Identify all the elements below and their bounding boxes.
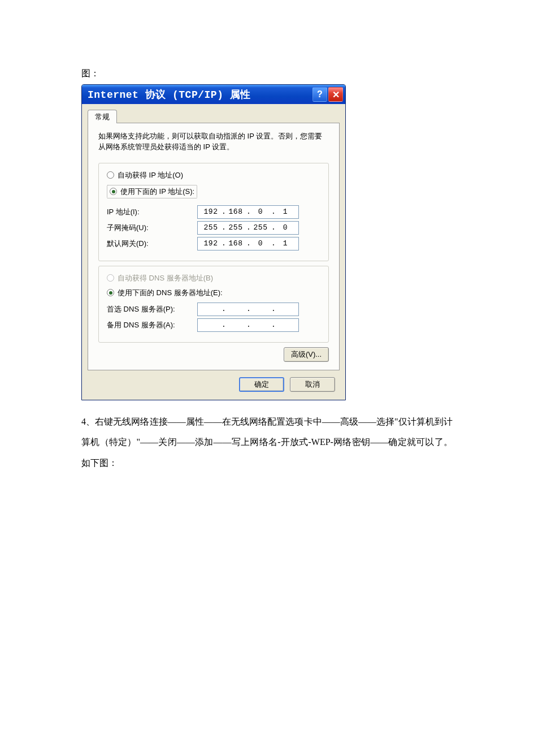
ip-seg: 255 [250,223,271,232]
primary-dns-label: 首选 DNS 服务器(P): [107,304,197,314]
radio-icon [107,171,114,179]
gateway-input[interactable]: 192. 168. 0. 1 [197,237,299,250]
radio-icon [107,274,114,282]
radio-label: 自动获得 DNS 服务器地址(B) [118,273,213,283]
radio-auto-ip[interactable]: 自动获得 IP 地址(O) [107,170,320,180]
dialog-title: Internet 协议 (TCP/IP) 属性 [88,88,312,101]
cancel-button[interactable]: 取消 [290,377,335,392]
radio-manual-dns[interactable]: 使用下面的 DNS 服务器地址(E): [107,288,320,298]
ip-seg: 0 [250,239,271,248]
ip-seg: 192 [200,208,222,216]
ip-seg: 0 [275,223,296,232]
radio-label: 自动获得 IP 地址(O) [118,170,183,180]
dialog-titlebar[interactable]: Internet 协议 (TCP/IP) 属性 ? ✕ [82,85,345,104]
radio-manual-ip[interactable]: 使用下面的 IP 地址(S): [107,185,197,198]
intro-text: 图： [81,68,453,80]
subnet-mask-row: 子网掩码(U): 255. 255. 255. 0 [107,221,320,235]
subnet-mask-input[interactable]: 255. 255. 255. 0 [197,221,299,235]
radio-auto-dns: 自动获得 DNS 服务器地址(B) [107,273,320,283]
dns-settings-group: 自动获得 DNS 服务器地址(B) 使用下面的 DNS 服务器地址(E): 首选… [98,266,329,343]
gateway-row: 默认网关(D): 192. 168. 0. 1 [107,237,320,250]
tcpip-properties-dialog: Internet 协议 (TCP/IP) 属性 ? ✕ 常规 如果网络支持此功能… [81,84,346,400]
ip-dot: . [246,321,250,329]
ip-seg: 255 [200,223,222,232]
ip-dot: . [222,321,225,329]
close-button[interactable]: ✕ [328,87,343,102]
ip-seg: 168 [225,208,246,216]
ip-seg: 255 [225,223,246,232]
gateway-label: 默认网关(D): [107,239,197,249]
ip-seg: 168 [225,239,246,248]
help-button[interactable]: ? [312,87,327,102]
tab-panel-general: 如果网络支持此功能，则可以获取自动指派的 IP 设置。否则，您需要从网络系统管理… [88,123,340,370]
subnet-mask-label: 子网掩码(U): [107,223,197,233]
ip-seg: 192 [200,239,222,248]
step-4-paragraph: 4、右键无线网络连接——属性——在无线网络配置选项卡中——高级——选择"仅计算机… [81,412,453,474]
radio-label: 使用下面的 IP 地址(S): [120,187,194,197]
radio-icon [107,289,114,296]
alt-dns-row: 备用 DNS 服务器(A): . . . [107,318,320,332]
ip-address-label: IP 地址(I): [107,207,197,217]
description-text: 如果网络支持此功能，则可以获取自动指派的 IP 设置。否则，您需要从网络系统管理… [98,131,329,153]
advanced-button[interactable]: 高级(V)... [284,347,329,362]
tab-strip: 常规 [88,110,340,123]
ip-seg: 1 [275,239,296,248]
dialog-footer: 确定 取消 [88,370,340,392]
alt-dns-input[interactable]: . . . [197,318,299,332]
ip-seg: 1 [275,208,296,216]
ip-address-row: IP 地址(I): 192. 168. 0. 1 [107,205,320,219]
help-icon: ? [317,89,323,100]
radio-label: 使用下面的 DNS 服务器地址(E): [118,288,223,298]
ok-button[interactable]: 确定 [239,377,284,392]
ip-dot: . [222,305,225,313]
ip-settings-group: 自动获得 IP 地址(O) 使用下面的 IP 地址(S): IP 地址(I): … [98,163,329,261]
close-icon: ✕ [332,89,340,100]
ip-dot: . [271,321,275,329]
ip-dot: . [246,305,250,313]
primary-dns-row: 首选 DNS 服务器(P): . . . [107,303,320,316]
ip-address-input[interactable]: 192. 168. 0. 1 [197,205,299,219]
ip-seg: 0 [250,208,271,216]
tab-general[interactable]: 常规 [88,110,117,123]
radio-icon [110,188,117,195]
alt-dns-label: 备用 DNS 服务器(A): [107,320,197,330]
primary-dns-input[interactable]: . . . [197,303,299,316]
ip-dot: . [271,305,275,313]
